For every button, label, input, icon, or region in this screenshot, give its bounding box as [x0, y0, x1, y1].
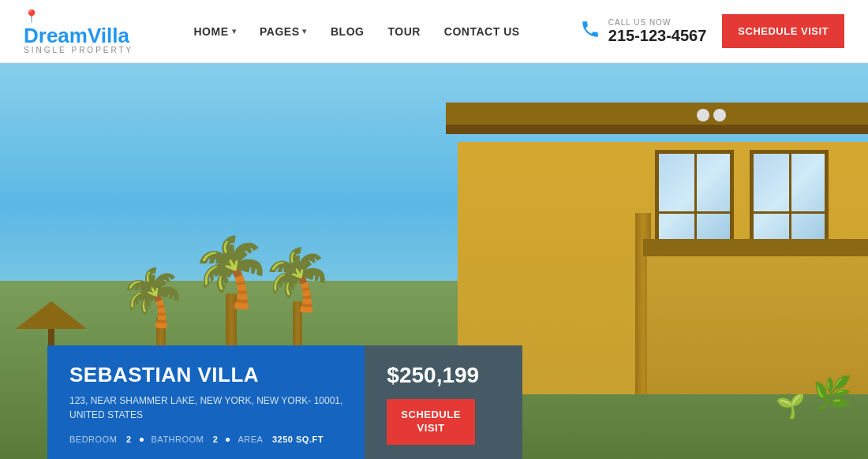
- bush-right: 🌿: [813, 375, 852, 412]
- phone-info: CALL US NOW 215-123-4567: [608, 18, 707, 45]
- logo-pin-icon: 📍: [24, 9, 39, 24]
- phone-area: CALL US NOW 215-123-4567: [580, 18, 707, 45]
- logo: 📍 DreamVilla Single Property: [24, 9, 133, 54]
- palm-tree-3: 🌴: [260, 250, 335, 349]
- nav-item-contact[interactable]: CONTACT US: [444, 25, 520, 38]
- schedule-visit-button[interactable]: SCHEDULE VISIT: [722, 14, 844, 48]
- stat-bedroom: BEDROOM 2: [69, 435, 132, 444]
- header: 📍 DreamVilla Single Property HOME ▾ PAGE…: [0, 0, 868, 63]
- house-secondary-body: [647, 252, 868, 394]
- main-nav: HOME ▾ PAGES ▾ BLOG TOUR CONTACT US: [194, 25, 520, 38]
- phone-label: CALL US NOW: [608, 18, 707, 27]
- logo-brand: DreamVilla: [24, 25, 129, 46]
- stat-area: AREA 3250 SQ.FT: [238, 435, 323, 444]
- schedule-visit-hero-button[interactable]: SCHEDULE VISIT: [387, 399, 475, 445]
- property-info-overlay: SEBASTIAN VILLA 123, NEAR SHAMMER LAKE, …: [47, 345, 522, 459]
- phone-number: 215-123-4567: [608, 27, 707, 45]
- property-info-right: $250,199 SCHEDULE VISIT: [365, 345, 522, 459]
- property-address: 123, NEAR SHAMMER LAKE, NEW YORK, NEW YO…: [69, 394, 342, 422]
- chevron-down-icon: ▾: [302, 27, 307, 35]
- bush-right-2: 🌱: [776, 392, 805, 420]
- house-roof-bottom: [446, 125, 868, 134]
- property-title: SEBASTIAN VILLA: [69, 363, 342, 387]
- header-right: CALL US NOW 215-123-4567 SCHEDULE VISIT: [580, 14, 844, 48]
- house-roof-beam: [446, 103, 868, 126]
- chevron-down-icon: ▾: [232, 27, 237, 35]
- stat-bathroom: BATHROOM 2: [152, 435, 219, 444]
- property-stats: BEDROOM 2 BATHROOM 2 AREA 3250 SQ.FT: [69, 435, 342, 444]
- property-price: $250,199: [387, 363, 479, 388]
- property-info-left: SEBASTIAN VILLA 123, NEAR SHAMMER LAKE, …: [47, 345, 365, 459]
- stat-dot-2: [226, 438, 230, 442]
- nav-item-blog[interactable]: BLOG: [331, 25, 364, 38]
- nav-item-home[interactable]: HOME ▾: [194, 25, 237, 38]
- logo-subtitle: Single Property: [24, 46, 133, 54]
- nav-item-pages[interactable]: PAGES ▾: [260, 25, 307, 38]
- house-secondary-roof: [643, 239, 868, 256]
- hero-section: 🌴 🌴 🌴: [0, 63, 868, 459]
- nav-item-tour[interactable]: TOUR: [387, 25, 420, 38]
- roof-lights: [697, 109, 726, 121]
- stat-dot-1: [140, 438, 144, 442]
- phone-icon: [580, 19, 600, 44]
